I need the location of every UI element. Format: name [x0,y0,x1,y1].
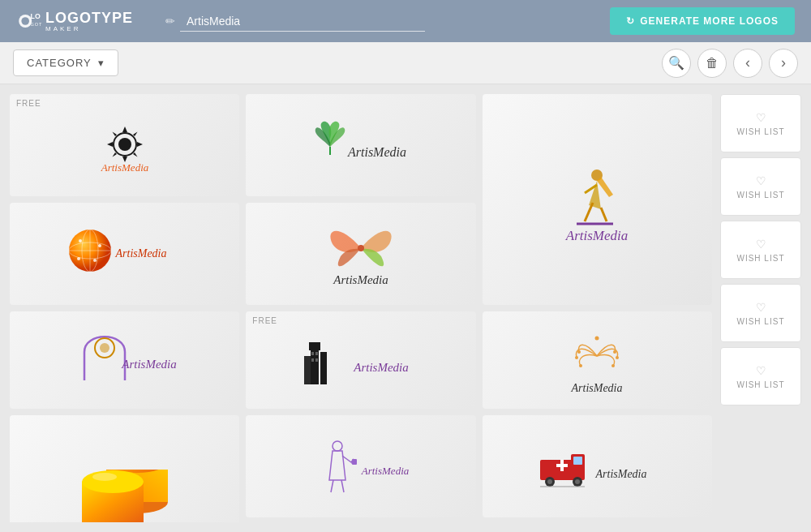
logo-card-building[interactable]: FREE ArtisMedia [246,311,475,409]
svg-point-48 [82,470,144,493]
logo-card-crown[interactable]: ArtisMedia [483,311,712,409]
svg-point-16 [79,239,82,242]
main-content: FREE [0,84,811,532]
svg-rect-32 [315,352,318,355]
header: LO GOTYPE LOGOTYPE MAKER ✏ ↻ GENERATE MO… [0,0,811,42]
svg-point-19 [77,257,80,260]
heart-icon-3: ♡ [756,238,766,251]
logo-title: LOGOTYPE [45,10,133,26]
svg-rect-31 [311,358,314,362]
svg-text:ArtisMedia: ArtisMedia [353,361,409,374]
logo-card-bird[interactable]: ArtisMedia [246,415,475,517]
toolbar-right: 🔍 🗑 ‹ › [662,49,798,78]
chevron-down-icon: ▾ [98,57,105,69]
svg-text:ArtisMedia: ArtisMedia [565,228,629,243]
logo-subtitle: MAKER [45,25,133,32]
prev-button[interactable]: ‹ [733,49,762,78]
logo-card-sphere[interactable]: ArtisMedia [10,203,239,305]
logo-card-sun[interactable]: FREE [10,94,239,196]
truck-logo: ArtisMedia [491,428,704,508]
wishlist-sidebar: ♡ WISH LIST ♡ WISH LIST ♡ WISH LIST ♡ WI… [720,94,801,522]
wishlist-item-5[interactable]: ♡ WISH LIST [720,347,801,405]
wishlist-item-1[interactable]: ♡ WISH LIST [720,94,801,152]
chevron-left-icon: ‹ [745,54,750,71]
svg-point-5 [118,138,131,151]
butterfly-logo: ArtisMedia [254,211,467,297]
svg-rect-52 [352,459,357,465]
svg-point-37 [579,364,582,367]
logo-card-butterfly[interactable]: ArtisMedia [246,203,475,305]
wishlist-label-1: WISH LIST [736,127,784,136]
heart-icon-1: ♡ [756,111,766,124]
heart-icon-4: ♡ [756,301,766,314]
svg-point-21 [358,245,364,251]
svg-rect-27 [309,342,320,350]
logo-card-runner[interactable]: ArtisMedia [483,94,712,305]
svg-text:ArtisMedia: ArtisMedia [595,468,647,480]
wishlist-item-4[interactable]: ♡ WISH LIST [720,284,801,342]
svg-point-1 [21,17,29,25]
logo-area: LO GOTYPE LOGOTYPE MAKER [16,8,133,34]
search-input[interactable] [180,11,425,32]
toolbar: CATEGORY ▾ 🔍 🗑 ‹ › [0,42,811,84]
wishlist-label-5: WISH LIST [736,380,784,389]
svg-point-24 [100,343,109,353]
svg-text:GOTYPE: GOTYPE [31,22,42,27]
sun-logo: ArtisMedia [18,107,231,187]
logo-card-coin[interactable]: ArtisMedia [10,415,239,522]
wishlist-label-2: WISH LIST [736,191,784,200]
svg-rect-33 [315,358,318,362]
svg-point-62 [547,479,552,484]
wishlist-item-2[interactable]: ♡ WISH LIST [720,157,801,216]
delete-button[interactable]: 🗑 [697,49,727,78]
category-dropdown[interactable]: CATEGORY ▾ [13,49,118,76]
svg-line-53 [331,480,333,492]
svg-point-18 [93,259,97,262]
heart-icon-2: ♡ [756,174,766,187]
wishlist-item-3[interactable]: ♡ WISH LIST [720,221,801,279]
generate-logos-button[interactable]: ↻ GENERATE MORE LOGOS [610,7,795,35]
pencil-icon: ✏ [165,15,175,28]
svg-point-39 [616,356,619,359]
svg-rect-30 [311,352,314,355]
heart-icon-5: ♡ [756,364,766,377]
crown-logo: ArtisMedia [491,324,704,399]
wishlist-label-3: WISH LIST [736,254,784,263]
svg-point-35 [577,350,581,354]
svg-rect-58 [573,457,582,465]
svg-text:ArtisMedia: ArtisMedia [347,145,406,159]
category-label: CATEGORY [27,57,92,69]
search-button[interactable]: 🔍 [662,49,691,78]
logotype-maker-icon: LO GOTYPE [16,8,42,34]
svg-text:LO: LO [31,12,41,20]
svg-text:ArtisMedia: ArtisMedia [333,273,388,286]
svg-point-17 [98,244,101,247]
svg-point-36 [575,356,578,359]
svg-text:ArtisMedia: ArtisMedia [571,382,623,394]
search-icon: 🔍 [668,55,684,71]
logo-card-arch[interactable]: ArtisMedia [10,311,239,409]
generate-btn-label: GENERATE MORE LOGOS [640,15,779,27]
svg-point-38 [613,350,616,354]
svg-point-49 [92,473,117,481]
svg-line-54 [341,480,344,492]
svg-text:ArtisMedia: ArtisMedia [114,247,166,260]
logo-card-plant[interactable]: ArtisMedia [246,94,475,196]
svg-point-51 [333,441,342,451]
svg-point-40 [611,364,615,367]
sphere-logo: ArtisMedia [18,216,231,295]
chevron-right-icon: › [781,54,786,71]
trash-icon: 🗑 [706,56,719,71]
logo-card-truck[interactable]: ArtisMedia [483,415,712,517]
arch-logo: ArtisMedia [18,324,231,399]
wishlist-label-4: WISH LIST [736,317,784,326]
search-bar: ✏ [165,11,425,32]
next-button[interactable]: › [769,49,798,78]
building-logo: ArtisMedia [254,324,467,399]
svg-rect-29 [320,352,327,384]
svg-text:ArtisMedia: ArtisMedia [121,358,177,371]
svg-text:ArtisMedia: ArtisMedia [361,465,410,477]
logo-grid: FREE [10,94,712,522]
free-badge-2: FREE [252,316,277,325]
svg-rect-60 [560,460,564,471]
